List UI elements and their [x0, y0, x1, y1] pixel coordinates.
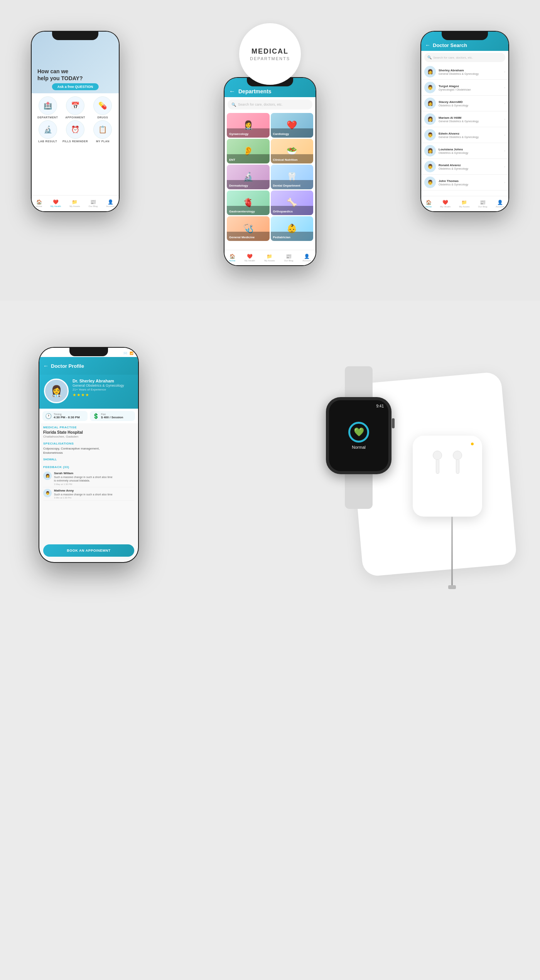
my-plan-icon-item[interactable]: 📋 MY PLAN	[90, 120, 116, 143]
doctor-avatar-2: 👨	[424, 82, 436, 93]
drugs-icon-item[interactable]: 💊 DRUGS	[90, 96, 116, 119]
mail-icon: ✉️	[123, 352, 127, 355]
watch-time: 9:41	[376, 404, 384, 408]
p4-back-icon[interactable]: ←	[43, 363, 49, 369]
timing-value: 4:30 PM - 8:30 PM	[54, 416, 80, 419]
p4-review-content-2: Mathew Anny Such a massive change in suc…	[54, 489, 113, 499]
doctor-name-7: Ronald Alvarez	[439, 163, 501, 167]
appointment-icon-item[interactable]: 📅 APPOINMENT	[62, 96, 88, 119]
dept-ortho-label: Orthopaedics	[273, 210, 293, 213]
dept-dental-overlay: Dental Department	[271, 180, 314, 189]
doctor-name-6: Louisiana Johns	[439, 148, 501, 151]
p4-header-title: Doctor Profile	[51, 363, 84, 369]
dept-cardiology-label: Cardiology	[273, 132, 289, 136]
p4-doctor-name: Dr. Sherley Abraham	[73, 379, 133, 383]
p4-fee-box: 💲 Fee $ 400 / Session	[90, 411, 135, 421]
doctor-avatar-7: 👨	[424, 161, 436, 172]
doctor-item-4[interactable]: 👩 Mariam Al HilIM General Obstetrics & G…	[421, 111, 508, 127]
doctor-item-5[interactable]: 👨 Edwin Alvarez General Obstetrics & Gyn…	[421, 127, 508, 143]
nav-my-assets[interactable]: 📁 My Assets	[69, 199, 80, 207]
doctor-name-3: Stacey AkersMD	[439, 100, 501, 104]
dept-paediatric-label: Pediatrician	[273, 236, 290, 239]
pills-reminder-icon: ⏰	[66, 120, 84, 139]
chevron-icon-8: ›	[504, 181, 505, 184]
phone-home: How can wehelp you TODAY? Ask a free QUE…	[31, 31, 120, 212]
badge-subtitle: DEPARTMENTS	[250, 56, 290, 61]
p3-account-label: Account	[496, 205, 504, 208]
dept-general[interactable]: 🩺 General Medicine	[227, 216, 270, 241]
dept-gynaecology[interactable]: 👩‍⚕️ Gynaecology	[227, 113, 270, 138]
bottom-section: 9:41 💚 Normal	[0, 301, 540, 980]
doctor-item-2[interactable]: 👨 Turgut Alagoz Gynecologist / Obstetric…	[421, 80, 508, 96]
p2-home-label: Home	[229, 259, 235, 262]
p2-nav-assets[interactable]: 📁 My Assets	[264, 254, 275, 262]
nav-our-blog[interactable]: 📰 Our Blog	[89, 199, 98, 207]
p2-nav-blog[interactable]: 📰 Our Blog	[284, 254, 294, 262]
lightning-cable	[451, 517, 453, 586]
pills-reminder-icon-item[interactable]: ⏰ PILLS REMINDER	[62, 120, 88, 143]
department-label: DEPARTMENT	[37, 116, 58, 119]
departments-search[interactable]: 🔍 Search for care, doctors, etc.	[228, 99, 312, 109]
lab-result-icon-item[interactable]: 🔬 LAB RESULT	[35, 120, 61, 143]
p3-nav-blog[interactable]: 📰 Our Blog	[478, 200, 488, 208]
doctor-item-1[interactable]: 👩 Sherley Abraham General Obstetrics & G…	[421, 64, 508, 80]
reviewer-name-2: Mathew Anny	[54, 489, 113, 492]
doctor-item-3[interactable]: 👩 Stacey AkersMD Obstetrics & Gynecology…	[421, 96, 508, 111]
dept-paediatric-overlay: Pediatrician	[271, 232, 314, 241]
dept-ortho[interactable]: 🦴 Orthopaedics	[271, 190, 314, 215]
free-question-button[interactable]: Ask a free QUESTION	[52, 83, 99, 90]
dept-ent[interactable]: 👂 ENT	[227, 139, 270, 163]
icons-grid: 🏥 DEPARTMENT 📅 APPOINMENT 💊 DRUGS 🔬 LAB …	[32, 93, 119, 146]
p4-showmore[interactable]: SHOWALL	[43, 458, 57, 461]
nav-my-health[interactable]: ❤️ My Health	[51, 199, 61, 207]
doctor-item-7[interactable]: 👨 Ronald Alvarez Obstetrics & Gynecology…	[421, 159, 508, 175]
p4-practice-title: MEDICAL PRACTISE	[43, 426, 134, 429]
reviewer-text-1: Such a massive change in such a short al…	[54, 475, 113, 482]
dept-ortho-overlay: Orthopaedics	[271, 206, 314, 215]
doctor-item-8[interactable]: 👨 John Thomas Obstetrics & Gynecology ›	[421, 175, 508, 190]
p3-nav-health[interactable]: ❤️ My Health	[440, 200, 451, 208]
doctor-avatar-8: 👨	[424, 177, 436, 188]
p4-timing-fee: 🕐 Timing 4:30 PM - 8:30 PM 💲 Fee $ 400 /…	[39, 409, 138, 423]
p2-nav-health[interactable]: ❤️ My Health	[245, 254, 255, 262]
reviewer-avatar-2: 👨	[43, 489, 52, 497]
apple-watch: 9:41 💚 Normal	[320, 366, 420, 486]
p2-account-icon: 👤	[304, 254, 310, 259]
p3-nav-assets[interactable]: 📁 My Assets	[459, 200, 469, 208]
p3-nav-home[interactable]: 🏠 Home	[425, 200, 432, 208]
doctor-info-7: Ronald Alvarez Obstetrics & Gynecology	[439, 163, 501, 170]
blog-nav-icon: 📰	[90, 199, 96, 205]
dept-dermatology[interactable]: 🔬 Dermatology	[227, 165, 270, 189]
dept-nutrition[interactable]: 🥗 Clinical Nutrition	[271, 139, 314, 163]
doctor-info-6: Louisiana Johns Obstetrics & Gynecology	[439, 148, 501, 154]
back-icon[interactable]: ←	[229, 88, 235, 95]
dept-dental[interactable]: 🦷 Dental Department	[271, 165, 314, 189]
chevron-icon-6: ›	[504, 149, 505, 153]
book-appointment-button[interactable]: BOOK AN APPOINEMNT	[43, 544, 134, 557]
p3-back-icon[interactable]: ←	[425, 42, 430, 48]
doctor-spec-3: Obstetrics & Gynecology	[439, 104, 501, 107]
p2-account-label: Account	[302, 259, 311, 262]
doctor-search-input[interactable]: 🔍 Search for care, doctors, etc.	[424, 53, 505, 62]
watch-heart-icon: 💚	[354, 427, 364, 437]
p3-home-label: Home	[425, 205, 432, 208]
doctor-item-6[interactable]: 👩 Louisiana Johns Obstetrics & Gynecolog…	[421, 143, 508, 159]
dept-cardiology[interactable]: ❤️ Cardiology	[271, 113, 314, 138]
dept-paediatric[interactable]: 👶 Pediatrician	[271, 216, 314, 241]
p2-nav-home[interactable]: 🏠 Home	[229, 254, 235, 262]
department-icon-item[interactable]: 🏥 DEPARTMENT	[35, 96, 61, 119]
p3-nav-account[interactable]: 👤 Account	[496, 200, 504, 208]
lightning-connector	[448, 585, 456, 589]
dept-gastro[interactable]: 🫀 Gastroenterology	[227, 190, 270, 215]
p2-nav-account[interactable]: 👤 Account	[302, 254, 311, 262]
airpods-case	[413, 436, 482, 517]
nav-home[interactable]: 🏠 Home	[36, 199, 42, 207]
doctor-info-1: Sherley Abraham General Obstetrics & Gyn…	[439, 69, 501, 75]
doctor-spec-7: Obstetrics & Gynecology	[439, 167, 501, 170]
doctor-avatar-1: 👩	[424, 66, 436, 77]
doctor-spec-5: General Obstetrics & Gynecology	[439, 136, 501, 138]
p3-account-icon: 👤	[497, 200, 503, 205]
p3-search-icon: 🔍	[427, 56, 432, 59]
nav-account[interactable]: 👤 Account	[106, 199, 115, 207]
signal-icon: 📶	[130, 352, 133, 355]
